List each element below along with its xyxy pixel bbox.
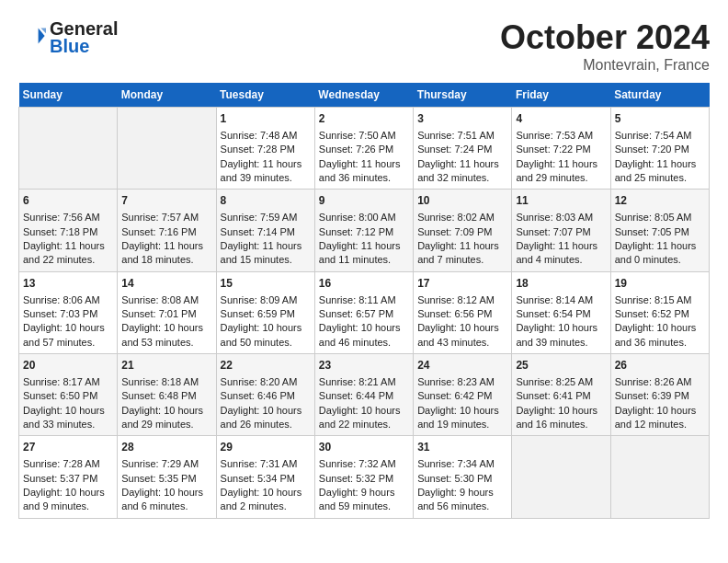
day-info: Sunset: 6:42 PM (417, 389, 507, 403)
day-info: Sunrise: 8:20 AM (221, 375, 311, 389)
day-info: Sunrise: 7:31 AM (221, 457, 311, 471)
day-info: Daylight: 11 hours and 4 minutes. (516, 239, 606, 268)
day-info: Daylight: 10 hours and 36 minutes. (615, 321, 705, 350)
calendar-cell: 12Sunrise: 8:05 AMSunset: 7:05 PMDayligh… (610, 190, 709, 271)
day-info: Sunrise: 7:34 AM (417, 457, 507, 471)
day-info: Sunset: 5:35 PM (121, 472, 211, 486)
day-info: Daylight: 11 hours and 22 minutes. (23, 239, 113, 268)
day-info: Daylight: 10 hours and 39 minutes. (516, 321, 606, 350)
day-number: 7 (121, 193, 211, 209)
calendar-cell: 15Sunrise: 8:09 AMSunset: 6:59 PMDayligh… (216, 271, 314, 353)
day-info: Daylight: 10 hours and 6 minutes. (121, 486, 211, 514)
day-info: Sunrise: 8:26 AM (615, 375, 705, 389)
day-info: Sunset: 6:39 PM (615, 389, 705, 403)
day-info: Sunrise: 7:32 AM (319, 457, 409, 471)
day-info: Sunrise: 8:12 AM (417, 293, 507, 307)
weekday-header: Thursday (414, 83, 512, 108)
day-info: Sunset: 7:24 PM (417, 143, 507, 156)
calendar-week-row: 6Sunrise: 7:56 AMSunset: 7:18 PMDaylight… (19, 190, 710, 271)
day-info: Sunrise: 8:02 AM (417, 211, 507, 224)
weekday-header: Monday (118, 83, 216, 108)
day-info: Sunset: 6:41 PM (516, 389, 606, 403)
day-number: 27 (23, 440, 113, 455)
day-info: Daylight: 10 hours and 46 minutes. (319, 321, 409, 350)
day-info: Sunrise: 7:48 AM (221, 129, 311, 143)
location: Montevrain, France (500, 57, 710, 74)
day-info: Sunset: 6:59 PM (221, 307, 311, 321)
day-info: Sunrise: 8:18 AM (121, 375, 211, 389)
day-info: Sunset: 5:30 PM (417, 472, 507, 486)
day-info: Sunrise: 8:14 AM (516, 293, 606, 307)
day-info: Sunrise: 8:06 AM (23, 293, 113, 307)
calendar-cell: 26Sunrise: 8:26 AMSunset: 6:39 PMDayligh… (610, 354, 709, 436)
calendar-cell (610, 436, 709, 518)
logo-icon (20, 23, 46, 49)
day-number: 24 (417, 358, 507, 373)
calendar-cell: 21Sunrise: 8:18 AMSunset: 6:48 PMDayligh… (118, 354, 216, 436)
weekday-header: Tuesday (216, 83, 314, 108)
day-number: 16 (319, 276, 409, 292)
day-info: Sunrise: 7:56 AM (23, 211, 113, 224)
day-info: Sunset: 5:32 PM (319, 472, 409, 486)
day-number: 30 (319, 440, 409, 455)
day-info: Sunrise: 7:54 AM (615, 129, 705, 143)
day-info: Sunrise: 8:05 AM (615, 211, 705, 224)
day-info: Sunset: 5:37 PM (23, 472, 113, 486)
day-info: Daylight: 11 hours and 11 minutes. (319, 239, 409, 268)
calendar-cell: 14Sunrise: 8:08 AMSunset: 7:01 PMDayligh… (118, 271, 216, 353)
calendar-cell: 6Sunrise: 7:56 AMSunset: 7:18 PMDaylight… (19, 190, 118, 271)
page-header: General Blue October 2024 Montevrain, Fr… (18, 18, 710, 74)
day-info: Daylight: 9 hours and 56 minutes. (417, 486, 507, 514)
day-info: Sunrise: 8:00 AM (319, 211, 409, 224)
day-number: 12 (615, 193, 705, 209)
day-info: Sunset: 7:01 PM (121, 307, 211, 321)
day-info: Sunset: 7:18 PM (23, 225, 113, 239)
day-info: Daylight: 10 hours and 50 minutes. (221, 321, 311, 350)
day-info: Sunset: 7:22 PM (516, 143, 606, 156)
calendar-week-row: 20Sunrise: 8:17 AMSunset: 6:50 PMDayligh… (19, 354, 710, 436)
logo: General Blue (18, 18, 118, 57)
day-info: Daylight: 11 hours and 36 minutes. (319, 157, 409, 186)
calendar-cell: 30Sunrise: 7:32 AMSunset: 5:32 PMDayligh… (314, 436, 413, 518)
calendar-week-row: 1Sunrise: 7:48 AMSunset: 7:28 PMDaylight… (19, 108, 710, 190)
day-info: Sunrise: 8:23 AM (417, 375, 507, 389)
day-info: Sunset: 6:48 PM (121, 389, 211, 403)
day-info: Sunrise: 8:03 AM (516, 211, 606, 224)
calendar-cell: 19Sunrise: 8:15 AMSunset: 6:52 PMDayligh… (610, 271, 709, 353)
day-info: Sunrise: 8:09 AM (221, 293, 311, 307)
day-number: 4 (516, 111, 606, 127)
calendar-cell: 13Sunrise: 8:06 AMSunset: 7:03 PMDayligh… (19, 271, 118, 353)
calendar-cell: 17Sunrise: 8:12 AMSunset: 6:56 PMDayligh… (414, 271, 512, 353)
day-info: Daylight: 10 hours and 12 minutes. (615, 404, 705, 432)
day-info: Daylight: 10 hours and 16 minutes. (516, 404, 606, 432)
day-info: Sunset: 6:52 PM (615, 307, 705, 321)
calendar-cell: 11Sunrise: 8:03 AMSunset: 7:07 PMDayligh… (512, 190, 610, 271)
day-number: 3 (417, 111, 507, 127)
day-number: 28 (121, 440, 211, 455)
day-info: Sunset: 7:03 PM (23, 307, 113, 321)
day-number: 1 (221, 111, 311, 127)
calendar-week-row: 13Sunrise: 8:06 AMSunset: 7:03 PMDayligh… (19, 271, 710, 353)
day-info: Sunrise: 7:50 AM (319, 129, 409, 143)
day-info: Daylight: 11 hours and 29 minutes. (516, 157, 606, 186)
day-info: Sunset: 7:20 PM (615, 143, 705, 156)
day-info: Sunset: 7:07 PM (516, 225, 606, 239)
calendar-cell: 8Sunrise: 7:59 AMSunset: 7:14 PMDaylight… (216, 190, 314, 271)
day-info: Sunrise: 7:57 AM (121, 211, 211, 224)
day-number: 18 (516, 276, 606, 292)
day-info: Daylight: 11 hours and 39 minutes. (221, 157, 311, 186)
day-number: 13 (23, 276, 113, 292)
calendar-cell: 4Sunrise: 7:53 AMSunset: 7:22 PMDaylight… (512, 108, 610, 190)
day-info: Sunset: 6:46 PM (221, 389, 311, 403)
day-number: 11 (516, 193, 606, 209)
day-number: 5 (615, 111, 705, 127)
calendar-cell: 25Sunrise: 8:25 AMSunset: 6:41 PMDayligh… (512, 354, 610, 436)
day-number: 29 (221, 440, 311, 455)
day-info: Daylight: 11 hours and 15 minutes. (221, 239, 311, 268)
day-info: Sunset: 7:05 PM (615, 225, 705, 239)
day-info: Sunset: 7:16 PM (121, 225, 211, 239)
day-number: 15 (221, 276, 311, 292)
day-number: 25 (516, 358, 606, 373)
day-number: 10 (417, 193, 507, 209)
day-info: Sunset: 7:12 PM (319, 225, 409, 239)
